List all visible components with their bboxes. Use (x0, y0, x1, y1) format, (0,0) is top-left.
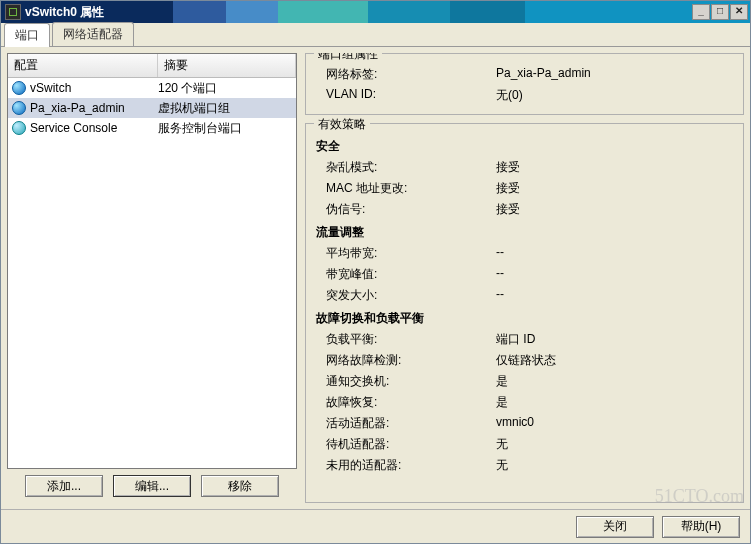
forged-k: 伪信号: (316, 199, 496, 220)
forged-v: 接受 (496, 199, 733, 220)
active-adapter-v: vmnic0 (496, 413, 733, 434)
grid-body: vSwitch 120 个端口 Pa_xia-Pa_admin 虚拟机端口组 S… (8, 78, 296, 468)
cell-config: Service Console (30, 121, 117, 135)
traffic-shaping-heading: 流量调整 (316, 220, 733, 243)
mac-change-v: 接受 (496, 178, 733, 199)
burst-v: -- (496, 285, 733, 306)
vlan-id-k: VLAN ID: (316, 85, 496, 106)
maximize-button[interactable]: □ (711, 4, 729, 20)
net-fail-detect-k: 网络故障检测: (316, 350, 496, 371)
promiscuous-v: 接受 (496, 157, 733, 178)
cell-summary: 120 个端口 (158, 80, 296, 97)
portgroup-props-legend: 端口组属性 (314, 53, 382, 63)
col-header-config[interactable]: 配置 (8, 54, 158, 77)
service-icon (12, 121, 26, 135)
mac-change-k: MAC 地址更改: (316, 178, 496, 199)
portgroup-props-box: 端口组属性 网络标签:Pa_xia-Pa_admin VLAN ID:无(0) (305, 53, 744, 115)
peak-bw-v: -- (496, 264, 733, 285)
grid-row-service-console[interactable]: Service Console 服务控制台端口 (8, 118, 296, 138)
left-pane: 配置 摘要 vSwitch 120 个端口 Pa_xia-Pa_admin 虚拟… (7, 53, 297, 503)
minimize-button[interactable]: _ (692, 4, 710, 20)
tab-strip: 端口 网络适配器 (1, 23, 750, 47)
remove-button[interactable]: 移除 (201, 475, 279, 497)
close-dialog-button[interactable]: 关闭 (576, 516, 654, 538)
tab-ports[interactable]: 端口 (4, 23, 50, 47)
network-icon (12, 101, 26, 115)
titlebar: vSwitch0 属性 _ □ ✕ (1, 1, 750, 23)
port-grid: 配置 摘要 vSwitch 120 个端口 Pa_xia-Pa_admin 虚拟… (7, 53, 297, 469)
window: vSwitch0 属性 _ □ ✕ 端口 网络适配器 配置 摘要 vSwitch… (0, 0, 751, 544)
window-buttons: _ □ ✕ (692, 4, 748, 20)
right-pane: 端口组属性 网络标签:Pa_xia-Pa_admin VLAN ID:无(0) … (305, 53, 744, 503)
footer: 关闭 帮助(H) (1, 509, 750, 543)
grid-row-portgroup[interactable]: Pa_xia-Pa_admin 虚拟机端口组 (8, 98, 296, 118)
cell-summary: 服务控制台端口 (158, 120, 296, 137)
avg-bw-v: -- (496, 243, 733, 264)
grid-row-vswitch[interactable]: vSwitch 120 个端口 (8, 78, 296, 98)
failback-v: 是 (496, 392, 733, 413)
cell-summary: 虚拟机端口组 (158, 100, 296, 117)
net-label-v: Pa_xia-Pa_admin (496, 64, 733, 85)
left-button-row: 添加... 编辑... 移除 (7, 469, 297, 503)
network-icon (12, 81, 26, 95)
effective-policy-box: 有效策略 安全 杂乱模式:接受 MAC 地址更改:接受 伪信号:接受 流量调整 … (305, 123, 744, 503)
standby-adapter-v: 无 (496, 434, 733, 455)
failover-heading: 故障切换和负载平衡 (316, 306, 733, 329)
col-header-summary[interactable]: 摘要 (158, 54, 296, 77)
app-icon (5, 4, 21, 20)
notify-switch-k: 通知交换机: (316, 371, 496, 392)
edit-button[interactable]: 编辑... (113, 475, 191, 497)
cell-config: vSwitch (30, 81, 71, 95)
security-heading: 安全 (316, 134, 733, 157)
load-balance-v: 端口 ID (496, 329, 733, 350)
tab-network-adapters[interactable]: 网络适配器 (52, 22, 134, 46)
failback-k: 故障恢复: (316, 392, 496, 413)
vlan-id-v: 无(0) (496, 85, 733, 106)
add-button[interactable]: 添加... (25, 475, 103, 497)
load-balance-k: 负载平衡: (316, 329, 496, 350)
grid-header: 配置 摘要 (8, 54, 296, 78)
close-button[interactable]: ✕ (730, 4, 748, 20)
body-area: 配置 摘要 vSwitch 120 个端口 Pa_xia-Pa_admin 虚拟… (1, 47, 750, 509)
notify-switch-v: 是 (496, 371, 733, 392)
net-label-k: 网络标签: (316, 64, 496, 85)
unused-adapter-k: 未用的适配器: (316, 455, 496, 476)
window-title: vSwitch0 属性 (25, 4, 692, 21)
standby-adapter-k: 待机适配器: (316, 434, 496, 455)
cell-config: Pa_xia-Pa_admin (30, 101, 125, 115)
promiscuous-k: 杂乱模式: (316, 157, 496, 178)
peak-bw-k: 带宽峰值: (316, 264, 496, 285)
active-adapter-k: 活动适配器: (316, 413, 496, 434)
unused-adapter-v: 无 (496, 455, 733, 476)
burst-k: 突发大小: (316, 285, 496, 306)
effective-policy-legend: 有效策略 (314, 116, 370, 133)
help-button[interactable]: 帮助(H) (662, 516, 740, 538)
avg-bw-k: 平均带宽: (316, 243, 496, 264)
net-fail-detect-v: 仅链路状态 (496, 350, 733, 371)
